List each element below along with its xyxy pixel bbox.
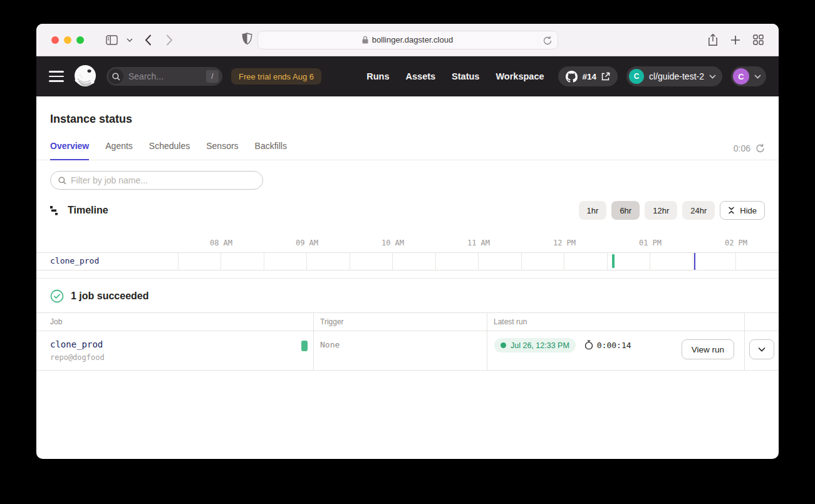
privacy-shield-icon[interactable] xyxy=(242,33,252,45)
trigger-cell: None xyxy=(313,331,487,370)
github-version-link[interactable]: #14 xyxy=(558,66,618,86)
url-text: bollinger.dagster.cloud xyxy=(372,35,453,44)
nav-status[interactable]: Status xyxy=(452,71,479,81)
row-more-button[interactable] xyxy=(749,339,774,359)
timeline-gridline xyxy=(607,253,608,270)
success-check-icon xyxy=(50,289,64,303)
axis-tick: 08 AM xyxy=(210,239,232,247)
sidebar-toggle-icon[interactable] xyxy=(103,32,120,48)
jobs-table: Job Trigger Latest run clone_prod repo@d… xyxy=(36,312,779,371)
timeline-gridline xyxy=(264,253,264,270)
main-nav: Runs Assets Status Workspace xyxy=(366,71,544,81)
refresh-icon[interactable] xyxy=(755,143,765,153)
nav-workspace[interactable]: Workspace xyxy=(496,71,544,81)
refresh-countdown: 0:06 xyxy=(734,143,750,153)
range-button-6hr[interactable]: 6hr xyxy=(611,201,640,220)
zoom-window-button[interactable] xyxy=(76,36,84,44)
axis-tick: 10 AM xyxy=(382,239,404,247)
forward-button[interactable] xyxy=(160,32,178,48)
dagster-logo[interactable] xyxy=(73,64,98,89)
range-button-24hr[interactable]: 24hr xyxy=(682,201,715,220)
timeline-gridline xyxy=(521,253,522,270)
timeline-gridline xyxy=(779,253,779,270)
timeline-gridline xyxy=(478,253,479,270)
new-tab-icon[interactable] xyxy=(730,35,740,45)
timeline-mark-now-line xyxy=(694,253,695,270)
timeline-mark-run-success[interactable] xyxy=(612,254,615,268)
column-header-trigger: Trigger xyxy=(313,313,487,331)
timeline-gridline xyxy=(435,253,436,270)
timeline-gridline xyxy=(693,253,693,270)
row-border xyxy=(36,270,779,270)
range-button-12hr[interactable]: 12hr xyxy=(645,201,677,220)
column-header-actions xyxy=(744,313,779,331)
deployment-switcher[interactable]: C cl/guide-test-2 xyxy=(626,66,722,86)
job-filter-field xyxy=(50,171,263,190)
table-row: clone_prod repo@dogfood None Jul 26, 12:… xyxy=(36,331,779,371)
close-window-button[interactable] xyxy=(51,36,59,44)
job-name-link[interactable]: clone_prod xyxy=(50,339,105,349)
traffic-lights xyxy=(51,36,84,44)
axis-tick: 09 AM xyxy=(296,239,318,247)
tab-agents[interactable]: Agents xyxy=(105,141,133,160)
deployment-avatar: C xyxy=(629,69,644,84)
axis-tick: 02 PM xyxy=(725,239,747,247)
hide-timeline-button[interactable]: Hide xyxy=(720,201,765,220)
app-header: Search... / Free trial ends Aug 6 Runs A… xyxy=(36,56,779,96)
summary-text: 1 job succeeded xyxy=(71,291,149,302)
timeline-icon xyxy=(50,205,61,216)
github-icon xyxy=(566,71,578,83)
timeline-gridline xyxy=(735,253,736,270)
axis-tick: 12 PM xyxy=(553,239,576,247)
user-avatar: C xyxy=(733,68,749,85)
sidebar-chevron-icon[interactable] xyxy=(124,32,135,48)
chevron-down-icon xyxy=(754,75,761,79)
deployment-name: cl/guide-test-2 xyxy=(649,71,704,81)
nav-assets[interactable]: Assets xyxy=(406,71,436,81)
timeline-gridline xyxy=(350,253,350,270)
lock-icon xyxy=(362,36,368,44)
column-header-job: Job xyxy=(36,313,313,331)
tab-sensors[interactable]: Sensors xyxy=(206,141,238,160)
range-button-1hr[interactable]: 1hr xyxy=(579,201,607,220)
job-filter-input[interactable] xyxy=(71,175,255,185)
trial-badge[interactable]: Free trial ends Aug 6 xyxy=(231,68,321,85)
job-summary: 1 job succeeded xyxy=(36,279,779,312)
tab-backfills[interactable]: Backfills xyxy=(255,141,287,160)
menu-icon[interactable] xyxy=(49,71,64,82)
user-menu[interactable]: C xyxy=(731,66,766,86)
job-repo-label: repo@dogfood xyxy=(50,353,105,362)
nav-runs[interactable]: Runs xyxy=(366,71,389,81)
search-icon xyxy=(58,177,66,185)
browser-window: bollinger.dagster.cloud Sea xyxy=(36,24,779,459)
reload-icon[interactable] xyxy=(543,36,552,46)
column-header-latest-run: Latest run xyxy=(487,313,744,331)
external-link-icon xyxy=(601,72,610,81)
timeline-gridline xyxy=(306,253,307,270)
chevron-down-icon xyxy=(758,347,766,352)
github-pr-number: #14 xyxy=(583,72,597,81)
timeline-title: Timeline xyxy=(68,205,108,216)
tab-overview-icon[interactable] xyxy=(753,34,764,45)
job-status-indicator[interactable] xyxy=(301,341,308,351)
share-icon[interactable] xyxy=(708,34,718,46)
timeline-row-job-link[interactable]: clone_prod xyxy=(50,256,99,265)
address-bar[interactable]: bollinger.dagster.cloud xyxy=(257,31,558,49)
run-time-badge[interactable]: Jul 26, 12:33 PM xyxy=(494,338,576,352)
timeline-chart: 08 AM 09 AM 10 AM 11 AM 12 PM 01 PM 02 P… xyxy=(36,234,779,270)
global-search[interactable]: Search... / xyxy=(106,67,222,86)
view-run-button[interactable]: View run xyxy=(682,339,734,359)
timeline-gridline xyxy=(178,253,179,270)
search-icon xyxy=(108,69,123,84)
axis-border xyxy=(36,252,779,253)
tab-schedules[interactable]: Schedules xyxy=(149,141,190,160)
stopwatch-icon xyxy=(584,340,593,350)
tab-overview[interactable]: Overview xyxy=(50,141,89,160)
search-shortcut-key: / xyxy=(206,70,219,83)
table-header: Job Trigger Latest run xyxy=(36,312,779,331)
timeline-gridline xyxy=(221,253,221,270)
timeline-gridline xyxy=(392,253,393,270)
minimize-window-button[interactable] xyxy=(64,36,71,44)
axis-tick: 01 PM xyxy=(639,239,662,247)
back-button[interactable] xyxy=(139,32,157,48)
